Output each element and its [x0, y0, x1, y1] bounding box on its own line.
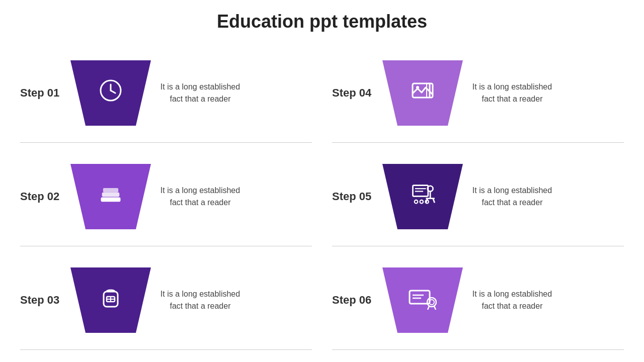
step-03-icon	[99, 286, 123, 315]
step-06-trapezoid	[382, 267, 463, 333]
page-container: Education ppt templates Step 01 It is a …	[0, 0, 644, 352]
svg-line-37	[434, 306, 436, 310]
step-06-label: Step 06	[332, 294, 377, 307]
step-03-divider	[20, 349, 312, 350]
step-01-label: Step 01	[20, 86, 65, 100]
step-05-label: Step 05	[332, 190, 377, 203]
step-05-shape	[382, 164, 463, 229]
step-06-row: Step 06 It is a long established fact th…	[322, 248, 634, 352]
step-06-shape	[382, 267, 463, 333]
svg-rect-10	[101, 198, 121, 202]
step-06-text: It is a long established fact that a rea…	[472, 288, 552, 312]
step-03-label: Step 03	[20, 294, 65, 307]
step-02-icon	[98, 181, 124, 212]
step-02-shape	[70, 164, 151, 229]
step-03-row: Step 03 It is a long established fact th…	[10, 248, 322, 352]
step-01-shape	[70, 60, 151, 126]
svg-point-23	[420, 200, 424, 204]
page-title: Education ppt templates	[0, 0, 644, 41]
svg-rect-12	[103, 188, 118, 193]
step-01-row: Step 01 It is a long established fact th…	[10, 41, 322, 145]
step-01-icon	[99, 78, 123, 108]
svg-rect-11	[102, 193, 120, 197]
step-03-trapezoid	[70, 267, 151, 333]
step-04-text: It is a long established fact that a rea…	[472, 81, 552, 105]
step-05-trapezoid	[382, 164, 463, 229]
step-05-text: It is a long established fact that a rea…	[472, 185, 552, 209]
step-02-text: It is a long established fact that a rea…	[160, 185, 240, 209]
step-04-shape	[382, 60, 463, 126]
svg-point-34	[427, 298, 436, 307]
step-01-divider	[20, 142, 312, 143]
step-03-shape	[70, 267, 151, 333]
svg-line-36	[428, 306, 429, 310]
svg-line-3	[111, 90, 115, 93]
step-04-label: Step 04	[332, 86, 377, 100]
step-02-divider	[20, 246, 312, 246]
step-01-text: It is a long established fact that a rea…	[160, 81, 240, 105]
svg-point-6	[416, 86, 419, 89]
step-04-icon	[411, 78, 435, 108]
step-02-label: Step 02	[20, 190, 65, 203]
steps-grid: Step 01 It is a long established fact th…	[10, 41, 634, 352]
step-06-divider	[332, 349, 624, 350]
step-02-row: Step 02 It is a long established fact th…	[10, 145, 322, 248]
step-06-icon	[409, 286, 437, 315]
step-04-trapezoid	[382, 60, 463, 126]
step-05-icon	[410, 181, 436, 212]
step-05-row: Step 05 It is a long established fact th…	[322, 145, 634, 248]
step-01-trapezoid	[70, 60, 151, 126]
step-04-row: Step 04 It is a long established fact th…	[322, 41, 634, 145]
step-03-text: It is a long established fact that a rea…	[160, 288, 240, 312]
step-04-divider	[332, 142, 624, 143]
step-05-divider	[332, 246, 624, 246]
step-02-trapezoid	[70, 164, 151, 229]
svg-point-22	[415, 200, 418, 204]
